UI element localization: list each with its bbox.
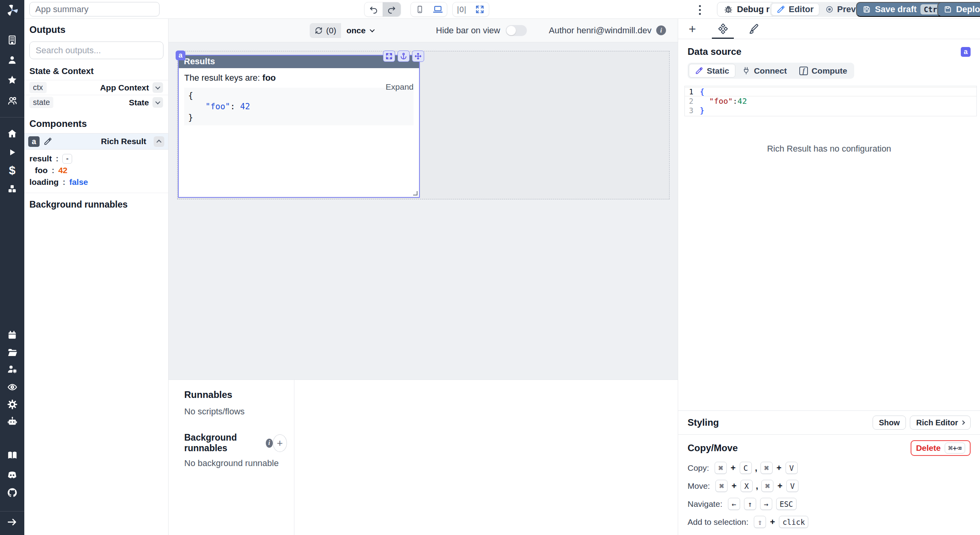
windmill-logo-icon[interactable] — [4, 2, 20, 18]
app-summary-input[interactable] — [29, 2, 160, 16]
delete-button[interactable]: Delete ⌘+⌫ — [911, 440, 971, 456]
discord-icon[interactable] — [4, 467, 20, 483]
resize-handle[interactable] — [413, 191, 417, 195]
redo-button[interactable] — [383, 2, 401, 16]
robot-icon[interactable] — [4, 413, 20, 429]
expand-arrows-icon — [475, 5, 485, 14]
boxes-icon[interactable] — [4, 181, 20, 197]
chevron-right-icon — [960, 420, 965, 425]
json-code-editor[interactable]: 1 { 2 "foo": 42 3 } — [684, 86, 977, 116]
tree-row-result[interactable]: result : - — [29, 153, 163, 164]
component-toolbar — [383, 51, 424, 62]
info-icon[interactable]: i — [266, 439, 273, 448]
device-toggle-group — [410, 2, 447, 17]
output-row-ctx[interactable]: ctx App Context — [24, 80, 168, 95]
editor-mode-button[interactable]: Editor — [771, 3, 819, 16]
building-icon[interactable] — [4, 32, 20, 48]
component-anchor-button[interactable] — [397, 51, 410, 62]
app-canvas: (0) once Hide bar on view Author henri@w… — [169, 19, 678, 535]
state-expand-button[interactable] — [152, 97, 163, 108]
left-nav-rail: $ — [0, 0, 24, 535]
canvas-body[interactable]: a Results The result keys are: foo Expan… — [169, 42, 678, 380]
tree-row-foo[interactable]: foo : 42 — [29, 164, 163, 176]
hide-bar-label: Hide bar on view — [436, 25, 500, 36]
github-icon[interactable] — [4, 485, 20, 501]
shortcut-row-navigate: Navigate: ← ↑ → ESC — [688, 498, 971, 510]
settings-gear-icon[interactable] — [4, 396, 20, 412]
info-icon[interactable]: i — [656, 25, 666, 35]
ctx-expand-button[interactable] — [152, 82, 163, 93]
tab-insert-component[interactable]: + — [681, 19, 703, 39]
eye-icon[interactable] — [4, 379, 20, 395]
output-row-state[interactable]: state State — [24, 95, 168, 110]
key-cmd: ⌘ — [715, 480, 728, 492]
state-value: State — [129, 98, 149, 107]
edit-pencil-icon[interactable] — [44, 137, 52, 146]
folder-icon[interactable] — [4, 344, 20, 360]
user-icon[interactable] — [4, 52, 20, 68]
user-cog-icon[interactable] — [4, 361, 20, 377]
mobile-icon — [416, 5, 424, 14]
search-outputs-input[interactable] — [29, 42, 163, 59]
fullscreen-button[interactable] — [471, 2, 489, 16]
styling-show-button[interactable]: Show — [873, 416, 906, 430]
expand-link[interactable]: Expand — [386, 82, 414, 92]
author-info: Author henri@windmill.dev i — [549, 25, 666, 36]
book-icon[interactable] — [4, 447, 20, 463]
compute-tab[interactable]: f Compute — [793, 64, 853, 78]
arrow-right-icon[interactable] — [4, 514, 20, 530]
add-background-runnable-button[interactable]: + — [273, 434, 287, 452]
deploy-button[interactable]: Deploy — [937, 2, 980, 17]
editor-line-3[interactable]: 3 } — [685, 106, 976, 115]
refresh-interval-dropdown[interactable]: once — [341, 26, 379, 35]
rich-editor-button[interactable]: Rich Editor — [910, 416, 971, 430]
editor-mode-label: Editor — [789, 4, 814, 14]
component-collapse-button[interactable] — [154, 136, 164, 147]
settings-panel: + Data source a Static Connect f Compute… — [678, 19, 980, 535]
move-icon — [414, 52, 422, 60]
refresh-button[interactable]: (0) — [310, 23, 341, 38]
result-json: { "foo": 42 } — [184, 88, 414, 125]
component-move-button[interactable] — [412, 51, 424, 62]
component-diamonds-icon — [718, 23, 728, 34]
undo-button[interactable] — [365, 2, 383, 16]
key-x: X — [740, 480, 753, 492]
component-a-tag[interactable]: a — [176, 51, 185, 60]
copy-move-title: Copy/Move — [688, 443, 738, 454]
component-title: Results — [184, 56, 215, 67]
play-icon[interactable] — [4, 145, 20, 160]
hide-bar-toggle[interactable] — [506, 25, 527, 36]
star-icon[interactable] — [4, 72, 20, 88]
anchor-icon — [400, 52, 407, 60]
paintbrush-icon — [748, 23, 759, 34]
home-icon[interactable] — [4, 126, 20, 141]
chevron-down-icon — [155, 85, 160, 90]
pencil-icon — [695, 67, 703, 75]
redo-icon — [387, 5, 396, 14]
runnables-column: Runnables No scripts/flows Background ru… — [169, 380, 294, 535]
editor-line-2[interactable]: 2 "foo": 42 — [685, 96, 976, 106]
connect-tab[interactable]: Connect — [736, 64, 793, 78]
tab-styling[interactable] — [742, 19, 764, 39]
bug-icon — [724, 5, 733, 14]
tab-component-settings[interactable] — [712, 19, 734, 39]
component-expand-button[interactable] — [383, 51, 395, 62]
collapse-result-button[interactable]: - — [62, 154, 72, 164]
rich-result-component[interactable]: Results The result keys are: foo Expand … — [178, 55, 420, 198]
settings-tabs: + — [678, 19, 980, 39]
dollar-icon[interactable]: $ — [4, 163, 20, 178]
refresh-icon — [314, 26, 323, 35]
background-runnables-title: Background runnables — [29, 199, 163, 210]
component-row-a[interactable]: a Rich Result — [24, 133, 168, 150]
static-tab[interactable]: Static — [689, 64, 735, 78]
calendar-icon[interactable] — [4, 327, 20, 343]
tree-row-loading[interactable]: loading : false — [29, 176, 163, 188]
editor-line-1[interactable]: 1 { — [685, 87, 976, 96]
center-align-button[interactable]: |0| — [453, 2, 471, 16]
more-menu-button[interactable] — [695, 4, 704, 16]
component-id-badge: a — [28, 136, 40, 147]
mobile-view-button[interactable] — [411, 2, 429, 16]
desktop-view-button[interactable] — [429, 2, 447, 16]
user-group-icon[interactable] — [4, 93, 20, 108]
compute-tab-label: Compute — [811, 66, 847, 76]
